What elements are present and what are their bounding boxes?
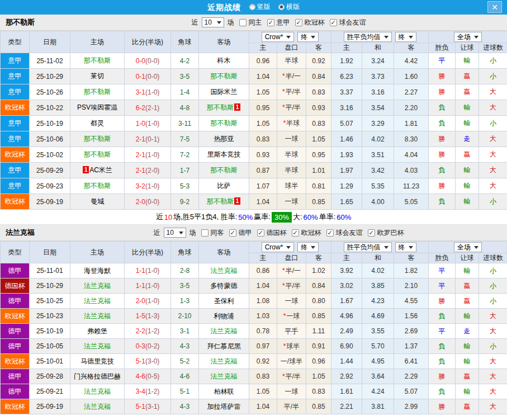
avg-final-dropdown[interactable]: 终 [395, 32, 416, 42]
odds-home-cell: 0.92 [249, 354, 277, 369]
league-cell: 德甲 [1, 384, 30, 399]
avg-home-cell: 1.92 [331, 53, 362, 69]
odds-company-dropdown-label: Crow* [265, 33, 283, 41]
full-time-score: 2-0 [136, 297, 145, 305]
half-time-score: (1-0) [145, 120, 159, 128]
half-time-score: (0-0) [145, 198, 159, 206]
avg-final-dropdown-label: 终 [399, 243, 405, 252]
avg-away-cell: 4.03 [394, 163, 429, 178]
home-team-name: 法兰克福 [84, 342, 111, 350]
full-time-score: 5-1 [136, 403, 145, 410]
away-team-cell: 多特蒙德 [199, 279, 249, 294]
date-cell: 25-10-06 [30, 131, 70, 147]
avg-away-cell: 2.20 [394, 100, 429, 116]
layout-radio-vertical[interactable]: 竖版 [249, 2, 271, 12]
home-team-cell: 马德里竞技 [70, 354, 125, 369]
odds-final-dropdown[interactable]: 终 [297, 32, 319, 42]
scope-dropdown[interactable]: 全场 [454, 242, 482, 252]
close-icon: ✕ [491, 3, 498, 11]
title-area: 近期战绩 竖版 横版 [207, 2, 300, 13]
match-row: 德甲25-10-05法兰克福0-3(0-2)4-3拜仁慕尼黑0.97*球半0.9… [1, 339, 507, 354]
same-venue-checkbox[interactable] [201, 229, 209, 237]
home-team-cell: 曼城 [70, 194, 125, 210]
away-team-name: 法兰克福 [211, 372, 238, 380]
avg-draw-cell: 4.69 [362, 309, 394, 324]
goals-result-cell: 大 [479, 384, 507, 399]
radio-icon[interactable] [249, 4, 255, 10]
league-filter-checkbox[interactable] [326, 229, 334, 237]
close-button[interactable]: ✕ [487, 1, 502, 13]
goals-result-cell: 大 [479, 309, 507, 324]
half-time-score: (3-0) [145, 357, 159, 365]
league-filter-checkbox[interactable] [295, 19, 302, 26]
summary-segment: 赢率: [254, 212, 271, 222]
avg-away-cell: 4.55 [394, 294, 429, 309]
league-filter-checkbox[interactable] [257, 229, 264, 237]
avg-home-cell: 1.29 [331, 178, 362, 194]
layout-radio-horizontal[interactable]: 横版 [278, 2, 300, 12]
same-venue-label: 同主 [249, 18, 262, 27]
handicap-cell: *平/半 [277, 84, 306, 100]
goals-result-cell: 大 [479, 163, 507, 178]
league-filter-checkbox[interactable] [292, 229, 299, 237]
match-row: 欧冠杯25-10-01马德里竞技5-1(3-0)5-2法兰克福0.92一/球半0… [1, 354, 507, 369]
radio-icon[interactable] [278, 4, 285, 10]
red-card-badge: 1 [234, 103, 240, 111]
odds-away-cell: 0.80 [306, 294, 331, 309]
league-cell: 欧冠杯 [1, 309, 30, 324]
header-dropdown-row: 类型日期主场比分(半场)角球客场Crow*终胜平负均值终全场 [1, 242, 507, 253]
scope-dropdown[interactable]: 全场 [454, 32, 482, 42]
home-team-name: 马德里竞技 [80, 357, 114, 365]
date-cell: 25-10-26 [30, 84, 70, 100]
handicap-value: 半球 [286, 119, 300, 127]
filter-bar: 近10场同客德甲德国杯欧冠杯球会友谊欧罗巴杯 [117, 228, 440, 238]
match-row: 意甲25-10-19都灵1-0(1-0)3-11那不勒斯1.05*半球0.835… [1, 116, 507, 131]
handicap-result-cell: 走 [456, 324, 479, 339]
match-count-select[interactable]: 10 [164, 228, 186, 238]
outcome-cell: 負 [429, 116, 456, 131]
summary-segment: 60% [337, 213, 351, 221]
odds-away-cell: 1.01 [306, 163, 331, 178]
odds-company-dropdown[interactable]: Crow* [262, 242, 295, 252]
odds-home-cell: 1.03 [249, 309, 277, 324]
odds-home-cell: 1.04 [249, 194, 277, 210]
handicap-value: 半/一 [286, 267, 301, 275]
league-filter-label: 欧罗巴杯 [377, 228, 404, 238]
scope-dropdown-label: 全场 [457, 32, 471, 42]
odds-away-cell: 0.85 [306, 194, 331, 210]
avg-metric-dropdown[interactable]: 胜平负均值 [344, 242, 392, 252]
same-venue-label: 同客 [211, 228, 224, 238]
date-cell: 25-09-23 [30, 178, 70, 194]
avg-draw-cell: 4.00 [362, 194, 394, 210]
outcome-cell: 勝 [429, 294, 456, 309]
match-row: 德甲25-10-25法兰克福2-0(1-0)1-3圣保利1.08一球0.801.… [1, 294, 507, 309]
avg-home-cell: 2.49 [331, 324, 362, 339]
avg-away-cell: 5.07 [394, 384, 429, 399]
odds-final-dropdown[interactable]: 终 [297, 242, 319, 252]
same-venue-checkbox[interactable] [239, 19, 247, 26]
score-cell: 3-2(1-0) [125, 178, 171, 194]
avg-metric-dropdown[interactable]: 胜平负均值 [344, 32, 392, 42]
away-team-name: 柏林联 [214, 388, 234, 395]
date-cell: 25-10-23 [30, 309, 70, 324]
radio-horizontal-label: 横版 [286, 2, 300, 12]
league-filter-checkbox[interactable] [229, 229, 236, 237]
odds-away-cell: 0.83 [306, 384, 331, 399]
home-team-name: 海登海默 [84, 267, 111, 275]
odds-home-cell: 0.87 [249, 163, 277, 178]
avg-draw-cell: 3.16 [362, 84, 394, 100]
league-filter-label: 意甲 [277, 18, 290, 27]
odds-dropdown-group: Crow*终 [249, 242, 331, 253]
league-filter-checkbox[interactable] [330, 19, 337, 26]
league-cell: 欧冠杯 [1, 100, 30, 116]
odds-home-cell: 0.96 [249, 53, 277, 69]
league-filter-checkbox[interactable] [267, 19, 274, 26]
odds-changed-star: * [282, 72, 285, 80]
avg-final-dropdown[interactable]: 终 [395, 242, 416, 252]
odds-company-dropdown[interactable]: Crow* [262, 32, 295, 42]
league-filter-label: 欧冠杯 [305, 18, 325, 27]
handicap-value: 一球 [286, 312, 300, 320]
league-filter-checkbox[interactable] [368, 229, 375, 237]
home-team-name: 门兴格拉德巴赫 [74, 372, 121, 380]
match-count-select[interactable]: 10 [202, 17, 224, 27]
